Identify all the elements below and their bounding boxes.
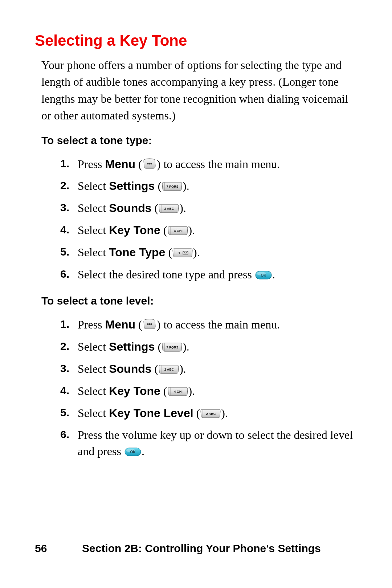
steps-tone-level: Press Menu ( ) to access the main menu. …	[35, 317, 357, 460]
step: Press Menu ( ) to access the main menu.	[60, 156, 357, 172]
svg-text:4 GHI: 4 GHI	[174, 229, 183, 233]
step: Select Key Tone ( 4 GHI ).	[60, 222, 357, 238]
menu-key-icon	[142, 158, 157, 170]
menu-key-icon	[142, 318, 157, 330]
svg-point-12	[148, 323, 150, 325]
key-4-icon: 4 GHI	[167, 386, 188, 397]
svg-point-0	[147, 163, 149, 164]
svg-text:2 ABC: 2 ABC	[164, 207, 174, 211]
svg-point-1	[148, 163, 150, 164]
page-footer: 56 Section 2B: Controlling Your Phone's …	[0, 542, 392, 555]
svg-text:7 PQRS: 7 PQRS	[167, 185, 179, 188]
svg-point-13	[150, 323, 152, 325]
step: Select Tone Type ( 1 ).	[60, 244, 357, 261]
subheading-tone-type: To select a tone type:	[35, 134, 357, 147]
key-7-icon: 7 PQRS	[162, 342, 183, 352]
step: Select Key Tone Level ( 2 ABC ).	[60, 405, 357, 421]
svg-text:2 ABC: 2 ABC	[164, 368, 174, 371]
steps-tone-type: Press Menu ( ) to access the main menu. …	[35, 156, 357, 283]
svg-text:7 PQRS: 7 PQRS	[167, 346, 179, 349]
intro-paragraph: Your phone offers a number of options fo…	[35, 57, 357, 124]
step: Select Settings ( 7 PQRS ).	[60, 178, 357, 194]
step: Select Settings ( 7 PQRS ).	[60, 339, 357, 355]
svg-text:OK: OK	[261, 273, 266, 277]
step: Press the volume key up or down to selec…	[60, 427, 357, 460]
step: Select Sounds ( 2 ABC ).	[60, 200, 357, 216]
ok-button-icon: OK	[255, 270, 272, 280]
svg-point-11	[147, 323, 149, 325]
key-2-icon: 2 ABC	[158, 364, 179, 375]
ok-button-icon: OK	[124, 447, 142, 457]
footer-text: Section 2B: Controlling Your Phone's Set…	[82, 542, 357, 555]
page-title: Selecting a Key Tone	[35, 32, 357, 49]
key-2-icon: 2 ABC	[158, 203, 179, 214]
key-1-icon: 1	[172, 247, 193, 258]
svg-text:1: 1	[179, 251, 180, 255]
subheading-tone-level: To select a tone level:	[35, 295, 357, 307]
step: Press Menu ( ) to access the main menu.	[60, 317, 357, 333]
page-content: Selecting a Key Tone Your phone offers a…	[0, 0, 392, 460]
page-number: 56	[35, 542, 82, 555]
key-7-icon: 7 PQRS	[162, 181, 183, 192]
svg-text:OK: OK	[130, 450, 136, 454]
svg-text:4 GHI: 4 GHI	[174, 390, 183, 393]
step: Select the desired tone type and press O…	[60, 266, 357, 283]
svg-point-2	[150, 163, 152, 164]
key-2-icon: 2 ABC	[200, 408, 221, 419]
key-4-icon: 4 GHI	[167, 225, 188, 236]
step: Select Sounds ( 2 ABC ).	[60, 361, 357, 377]
svg-text:2 ABC: 2 ABC	[206, 412, 216, 416]
step: Select Key Tone ( 4 GHI ).	[60, 383, 357, 399]
